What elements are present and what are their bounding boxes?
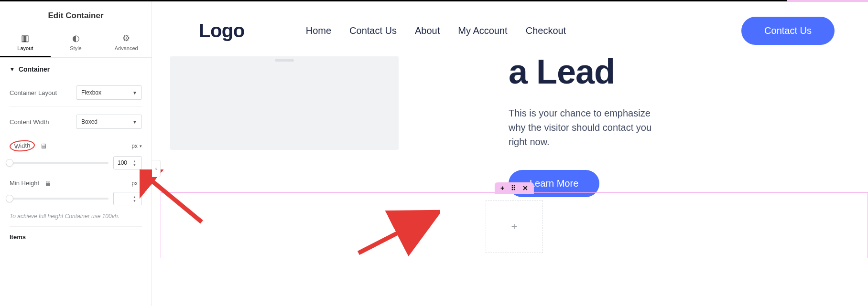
width-slider-wrap: 100 ▲▼	[10, 156, 142, 169]
site-nav: Home Contact Us About My Account Checkou…	[306, 25, 566, 36]
sidebar-collapse-toggle[interactable]: ‹	[152, 160, 161, 177]
chevron-down-icon: ▼	[132, 119, 137, 125]
tab-advanced-label: Advanced	[115, 45, 138, 51]
panel-title: Edit Container	[0, 1, 152, 28]
width-value: 100	[118, 159, 127, 166]
min-height-stepper[interactable]: ▲▼	[133, 193, 140, 204]
width-input[interactable]: 100 ▲▼	[113, 156, 142, 169]
width-row: Width 🖥 px ▾	[10, 136, 142, 151]
tab-advanced[interactable]: ⚙ Advanced	[101, 28, 152, 57]
header-cta-button[interactable]: Contact Us	[741, 17, 835, 45]
min-height-row: Min Height 🖥 px ▾	[10, 174, 142, 187]
container-section-toggle[interactable]: ▼ Container	[10, 65, 142, 73]
editor-sidebar: Edit Container ▥ Layout ◐ Style ⚙ Advanc…	[0, 1, 152, 306]
items-section-title: Items	[10, 226, 142, 241]
selected-container[interactable]: + ⠿ ✕ +	[161, 192, 868, 258]
content-width-value: Boxed	[81, 118, 98, 125]
width-label: Width	[9, 139, 35, 152]
min-height-slider-thumb[interactable]	[6, 195, 13, 202]
tab-layout[interactable]: ▥ Layout	[0, 28, 51, 57]
container-handle: + ⠿ ✕	[495, 182, 534, 194]
nav-item-contact[interactable]: Contact Us	[349, 25, 397, 36]
hero-heading[interactable]: a Lead	[509, 54, 835, 89]
hero-subtitle[interactable]: This is your chance to emphasize why the…	[509, 106, 652, 149]
panel-tabs: ▥ Layout ◐ Style ⚙ Advanced	[0, 28, 152, 58]
hero-row: a Lead This is your chance to emphasize …	[161, 54, 868, 197]
close-section-button[interactable]: ✕	[522, 184, 528, 192]
min-height-slider-wrap: ▲▼	[10, 192, 142, 205]
container-layout-value: Flexbox	[81, 89, 101, 96]
container-section: ▼ Container Container Layout Flexbox ▼ C…	[0, 58, 152, 248]
style-icon: ◐	[72, 34, 80, 42]
preview-canvas: Logo Home Contact Us About My Account Ch…	[161, 1, 868, 306]
min-height-hint: To achieve full height Container use 100…	[10, 210, 142, 226]
tab-style[interactable]: ◐ Style	[51, 28, 101, 57]
tab-style-label: Style	[70, 45, 81, 51]
min-height-input[interactable]: ▲▼	[113, 192, 142, 205]
container-layout-label: Container Layout	[10, 89, 57, 96]
min-height-unit: px	[131, 180, 138, 187]
add-section-button[interactable]: +	[500, 184, 504, 192]
caret-down-icon: ▼	[10, 66, 15, 72]
gear-icon: ⚙	[122, 34, 130, 42]
desktop-icon[interactable]: 🖥	[40, 142, 47, 150]
width-slider-thumb[interactable]	[6, 159, 13, 167]
container-layout-select[interactable]: Flexbox ▼	[76, 85, 142, 100]
min-height-unit-select[interactable]: px ▾	[131, 180, 142, 187]
nav-item-checkout[interactable]: Checkout	[526, 25, 566, 36]
nav-item-about[interactable]: About	[415, 25, 440, 36]
width-unit-select[interactable]: px ▾	[131, 143, 142, 149]
content-width-label: Content Width	[10, 118, 49, 126]
layout-icon: ▥	[21, 34, 29, 42]
drag-handle-icon[interactable]: ⠿	[511, 184, 516, 192]
min-height-slider[interactable]	[10, 198, 108, 200]
content-width-row: Content Width Boxed ▼	[10, 111, 142, 136]
container-section-title: Container	[19, 65, 50, 73]
image-placeholder[interactable]	[170, 56, 399, 150]
container-layout-row: Container Layout Flexbox ▼	[10, 82, 142, 107]
nav-item-home[interactable]: Home	[306, 25, 331, 36]
width-unit: px	[131, 143, 138, 149]
desktop-icon[interactable]: 🖥	[44, 179, 51, 187]
chevron-down-icon: ▾	[140, 144, 142, 148]
width-stepper[interactable]: ▲▼	[133, 158, 140, 168]
tab-layout-label: Layout	[17, 45, 33, 51]
width-slider[interactable]	[10, 162, 108, 164]
chevron-down-icon: ▼	[132, 90, 137, 95]
hero-text-block: a Lead This is your chance to emphasize …	[509, 54, 835, 197]
min-height-label: Min Height	[10, 179, 39, 187]
chevron-down-icon: ▾	[140, 181, 142, 186]
site-logo[interactable]: Logo	[199, 20, 245, 42]
plus-icon: +	[511, 221, 518, 233]
site-header: Logo Home Contact Us About My Account Ch…	[161, 1, 868, 54]
nav-item-account[interactable]: My Account	[458, 25, 507, 36]
content-width-select[interactable]: Boxed ▼	[76, 115, 142, 129]
add-widget-dropzone[interactable]: +	[486, 200, 543, 253]
